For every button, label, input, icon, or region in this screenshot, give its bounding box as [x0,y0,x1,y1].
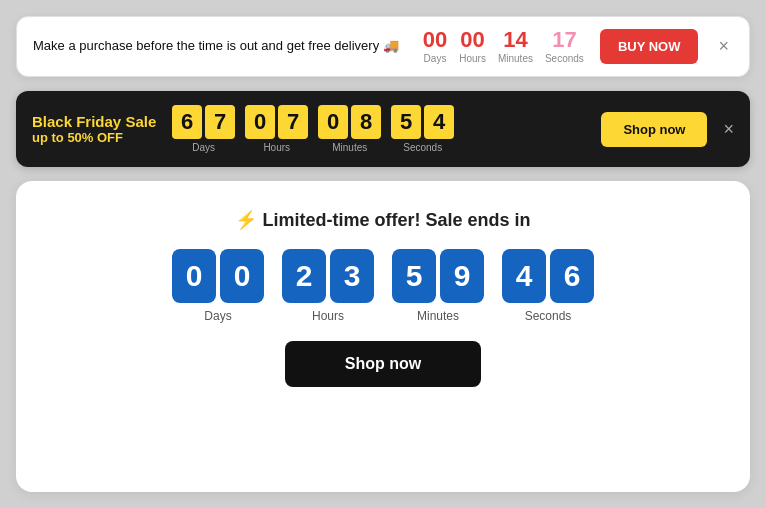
countdown-timer-1: 00 Days 00 Hours 14 Minutes 17 Seconds [423,29,584,64]
bf-seconds: 5 4 Seconds [391,105,454,153]
days-label: Days [424,53,447,64]
b3-hours-label: Hours [312,309,344,323]
b3-minutes-d2: 9 [440,249,484,303]
close-button-1[interactable]: × [714,36,733,57]
black-friday-banner: Black Friday Sale up to 50% OFF 6 7 Days… [16,91,750,167]
b3-countdown: 0 0 Days 2 3 Hours 5 9 Minutes 4 6 Secon… [172,249,594,323]
offer-title: ⚡ Limited-time offer! Sale ends in [235,209,530,231]
bf-hours-d2: 7 [278,105,308,139]
days-unit: 00 Days [423,29,447,64]
days-value: 00 [423,29,447,51]
b3-seconds-d1: 4 [502,249,546,303]
bf-seconds-d1: 5 [391,105,421,139]
close-button-2[interactable]: × [723,119,734,140]
shop-now-button-bf[interactable]: Shop now [601,112,707,147]
bf-countdown: 6 7 Days 0 7 Hours 0 8 Minutes 5 4 Secon… [172,105,585,153]
b3-minutes: 5 9 Minutes [392,249,484,323]
bf-days-label: Days [192,142,215,153]
minutes-value: 14 [503,29,527,51]
bf-minutes: 0 8 Minutes [318,105,381,153]
bf-minutes-d2: 8 [351,105,381,139]
hours-value: 00 [460,29,484,51]
bf-hours: 0 7 Hours [245,105,308,153]
notification-banner: Make a purchase before the time is out a… [16,16,750,77]
bf-title-top: Black Friday Sale [32,113,156,130]
bf-hours-label: Hours [263,142,290,153]
b3-days: 0 0 Days [172,249,264,323]
limited-offer-banner: ⚡ Limited-time offer! Sale ends in 0 0 D… [16,181,750,492]
bf-minutes-label: Minutes [332,142,367,153]
bf-hours-d1: 0 [245,105,275,139]
b3-days-d1: 0 [172,249,216,303]
b3-hours-d1: 2 [282,249,326,303]
minutes-label: Minutes [498,53,533,64]
bf-title-sub: up to 50% OFF [32,130,156,145]
shop-now-button-b3[interactable]: Shop now [285,341,481,387]
b3-days-label: Days [204,309,231,323]
notification-text: Make a purchase before the time is out a… [33,37,407,55]
bf-seconds-d2: 4 [424,105,454,139]
b3-minutes-label: Minutes [417,309,459,323]
b3-hours-d2: 3 [330,249,374,303]
b3-hours: 2 3 Hours [282,249,374,323]
buy-now-button[interactable]: BUY NOW [600,29,699,64]
offer-title-text: Limited-time offer! Sale ends in [262,210,530,230]
b3-days-d2: 0 [220,249,264,303]
b3-minutes-d1: 5 [392,249,436,303]
b3-seconds-d2: 6 [550,249,594,303]
bf-seconds-label: Seconds [403,142,442,153]
seconds-unit: 17 Seconds [545,29,584,64]
lightning-icon: ⚡ [235,210,257,230]
bf-days-d1: 6 [172,105,202,139]
seconds-label: Seconds [545,53,584,64]
bf-title-block: Black Friday Sale up to 50% OFF [32,113,156,145]
minutes-unit: 14 Minutes [498,29,533,64]
b3-seconds: 4 6 Seconds [502,249,594,323]
bf-days: 6 7 Days [172,105,235,153]
seconds-value: 17 [552,29,576,51]
hours-label: Hours [459,53,486,64]
bf-minutes-d1: 0 [318,105,348,139]
bf-days-d2: 7 [205,105,235,139]
hours-unit: 00 Hours [459,29,486,64]
b3-seconds-label: Seconds [525,309,572,323]
